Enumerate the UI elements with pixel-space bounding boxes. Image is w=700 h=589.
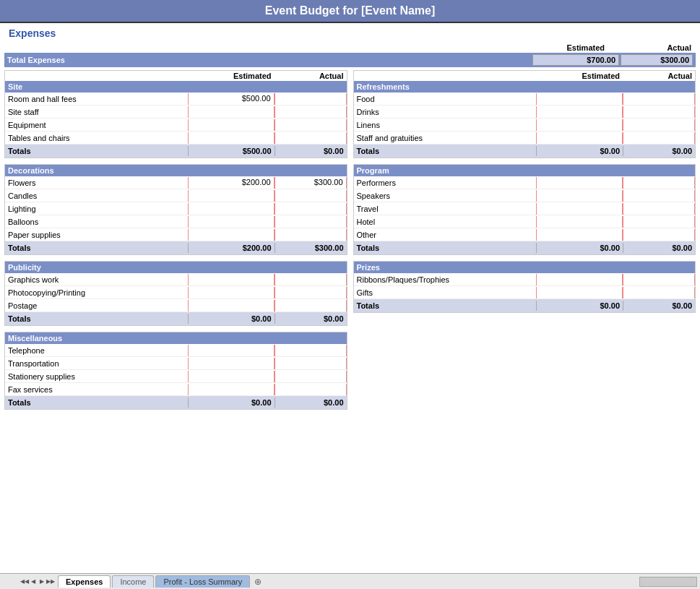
misc-row-1-estimated[interactable] xyxy=(188,358,275,369)
site-totals-row: Totals $500.00 $0.00 xyxy=(5,145,347,158)
misc-row-2-label: Stationery supplies xyxy=(5,371,188,382)
misc-row-2: Stationery supplies xyxy=(5,370,347,383)
prizes-row-0-estimated[interactable] xyxy=(536,274,623,285)
prog-row-1-actual[interactable] xyxy=(623,190,695,202)
misc-row-3-actual[interactable] xyxy=(275,384,347,395)
prog-row-4-actual[interactable] xyxy=(623,229,695,241)
pub-row-1-actual[interactable] xyxy=(275,287,347,298)
pub-row-2-label: Postage xyxy=(5,301,188,311)
deco-row-2: Lighting xyxy=(5,202,347,215)
prog-row-2-actual[interactable] xyxy=(623,203,695,215)
pub-row-0-estimated[interactable] xyxy=(188,274,275,285)
prizes-title: Prizes xyxy=(354,262,696,273)
site-row-1-estimated[interactable] xyxy=(188,106,275,118)
ref-row-1-actual[interactable] xyxy=(623,106,695,118)
ref-row-2-actual[interactable] xyxy=(623,119,695,131)
site-row-2-estimated[interactable] xyxy=(188,119,275,131)
prog-row-4-estimated[interactable] xyxy=(536,229,623,241)
pub-totals-actual: $0.00 xyxy=(275,314,347,324)
misc-row-2-estimated[interactable] xyxy=(188,371,275,382)
prog-row-3-actual[interactable] xyxy=(623,216,695,228)
tab-nav-first[interactable]: ◀◀ xyxy=(20,577,29,586)
ref-row-2: Linens xyxy=(354,119,696,132)
site-actual-header: Actual xyxy=(275,72,347,80)
deco-row-2-estimated[interactable] xyxy=(188,203,275,215)
deco-row-3-estimated[interactable] xyxy=(188,216,275,228)
deco-row-0-actual[interactable]: $300.00 xyxy=(275,177,347,189)
horizontal-scrollbar[interactable] xyxy=(639,577,697,587)
total-expenses-actual: $300.00 xyxy=(621,54,693,66)
site-row-0: Room and hall fees $500.00 xyxy=(5,93,347,106)
site-row-3-estimated[interactable] xyxy=(188,132,275,144)
prog-row-2-estimated[interactable] xyxy=(536,203,623,215)
prog-row-0-actual[interactable] xyxy=(623,177,695,189)
prizes-row-1-estimated[interactable] xyxy=(536,287,623,298)
site-row-1-actual[interactable] xyxy=(275,106,347,118)
prog-row-0-estimated[interactable] xyxy=(536,177,623,189)
site-row-0-estimated[interactable]: $500.00 xyxy=(188,93,275,105)
tab-income[interactable]: Income xyxy=(112,575,154,588)
ref-row-0-estimated[interactable] xyxy=(536,93,623,105)
deco-row-4-estimated[interactable] xyxy=(188,229,275,241)
total-expenses-estimated: $700.00 xyxy=(532,54,619,66)
tab-nav-next[interactable]: ▶ xyxy=(38,577,46,586)
deco-row-3-actual[interactable] xyxy=(275,216,347,228)
tab-nav-last[interactable]: ▶▶ xyxy=(46,577,55,586)
main-grid: Estimated Actual Site Room and hall fees… xyxy=(4,70,696,416)
estimated-col-header-main: Estimated xyxy=(521,43,608,52)
site-row-2-actual[interactable] xyxy=(275,119,347,131)
pub-row-2-actual[interactable] xyxy=(275,300,347,311)
prizes-section: Prizes Ribbons/Plaques/Trophies Gifts To… xyxy=(353,261,696,313)
pub-row-1-label: Photocopying/Printing xyxy=(5,288,188,298)
misc-row-1-actual[interactable] xyxy=(275,358,347,369)
prizes-row-0-actual[interactable] xyxy=(623,274,695,285)
prog-row-1-estimated[interactable] xyxy=(536,190,623,202)
misc-totals-estimated: $0.00 xyxy=(188,397,275,408)
ref-row-2-estimated[interactable] xyxy=(536,119,623,131)
tab-icon: ⊕ xyxy=(254,577,262,587)
deco-row-4-label: Paper supplies xyxy=(5,230,188,240)
ref-row-3-estimated[interactable] xyxy=(536,132,623,144)
ref-row-3-actual[interactable] xyxy=(623,132,695,144)
tab-profit-loss[interactable]: Profit - Loss Summary xyxy=(155,575,250,588)
prog-row-3: Hotel xyxy=(354,215,696,228)
ref-row-1-estimated[interactable] xyxy=(536,106,623,118)
publicity-title: Publicity xyxy=(5,262,347,273)
tab-expenses[interactable]: Expenses xyxy=(58,575,111,588)
prog-row-3-estimated[interactable] xyxy=(536,216,623,228)
deco-row-4-actual[interactable] xyxy=(275,229,347,241)
misc-row-0-actual[interactable] xyxy=(275,345,347,356)
tab-bar: ◀◀ ◀ ▶ ▶▶ Expenses Income Profit - Loss … xyxy=(0,573,700,589)
misc-row-2-actual[interactable] xyxy=(275,371,347,382)
deco-row-1-actual[interactable] xyxy=(275,190,347,202)
prog-totals-label: Totals xyxy=(354,243,537,253)
program-title: Program xyxy=(354,165,696,176)
ref-totals-label: Totals xyxy=(354,146,537,156)
deco-row-1-estimated[interactable] xyxy=(188,190,275,202)
site-totals-actual: $0.00 xyxy=(275,146,347,156)
deco-row-0-estimated[interactable]: $200.00 xyxy=(188,177,275,189)
site-row-3-actual[interactable] xyxy=(275,132,347,144)
pub-row-0-actual[interactable] xyxy=(275,274,347,285)
ref-totals-estimated: $0.00 xyxy=(536,146,623,156)
refreshments-actual-header: Actual xyxy=(623,72,695,80)
pub-row-1-estimated[interactable] xyxy=(188,287,275,298)
prizes-row-1-actual[interactable] xyxy=(623,287,695,298)
pub-totals-row: Totals $0.00 $0.00 xyxy=(5,312,347,325)
deco-row-2-label: Lighting xyxy=(5,204,188,214)
tab-nav-prev[interactable]: ◀ xyxy=(29,577,38,586)
site-row-0-actual[interactable] xyxy=(275,93,347,105)
deco-row-3: Balloons xyxy=(5,215,347,228)
pub-row-2-estimated[interactable] xyxy=(188,300,275,311)
program-section: Program Performers Speakers Travel xyxy=(353,164,696,255)
misc-row-3-estimated[interactable] xyxy=(188,384,275,395)
misc-row-0: Telephone xyxy=(5,344,347,357)
deco-row-2-actual[interactable] xyxy=(275,203,347,215)
ref-row-0-actual[interactable] xyxy=(623,93,695,105)
deco-totals-actual: $300.00 xyxy=(275,243,347,253)
misc-row-0-label: Telephone xyxy=(5,345,188,356)
misc-row-0-estimated[interactable] xyxy=(188,345,275,356)
ref-totals-actual: $0.00 xyxy=(623,146,695,156)
prizes-totals-estimated: $0.00 xyxy=(536,301,623,311)
misc-row-1: Transportation xyxy=(5,357,347,370)
